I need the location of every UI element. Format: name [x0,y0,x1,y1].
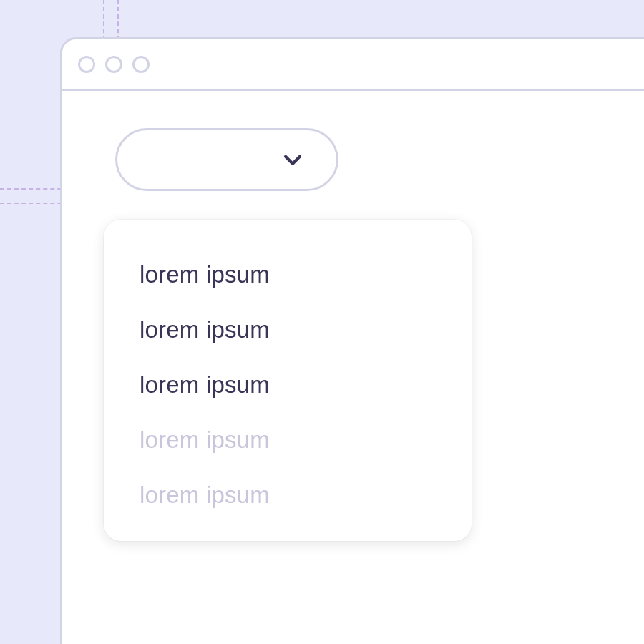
window-zoom-dot[interactable] [132,56,150,73]
window-close-dot[interactable] [78,56,95,73]
dropdown-option[interactable]: lorem ipsum [140,247,436,302]
app-window: lorem ipsum lorem ipsum lorem ipsum lore… [60,37,644,644]
dropdown-option[interactable]: lorem ipsum [140,302,436,357]
window-titlebar [62,39,644,91]
dropdown-option-disabled: lorem ipsum [140,412,436,467]
window-minimize-dot[interactable] [105,56,122,73]
dropdown-menu: lorem ipsum lorem ipsum lorem ipsum lore… [104,220,472,541]
chevron-down-icon [280,147,305,172]
dropdown-trigger[interactable] [115,128,338,191]
dropdown-option[interactable]: lorem ipsum [140,357,436,412]
dropdown-option-disabled: lorem ipsum [140,467,436,522]
